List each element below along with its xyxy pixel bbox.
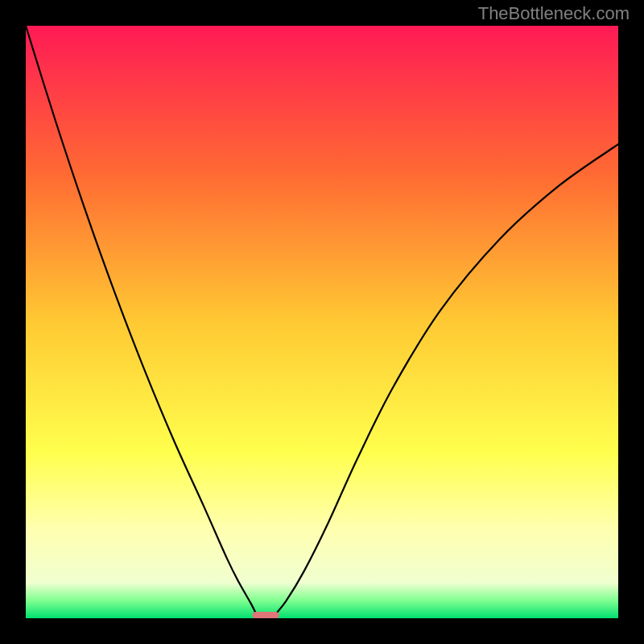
- gradient-background: [26, 26, 618, 618]
- bottleneck-marker: [253, 612, 279, 618]
- chart-svg: [26, 26, 618, 618]
- watermark-text: TheBottleneck.com: [478, 3, 630, 24]
- chart-container: TheBottleneck.com: [0, 0, 644, 644]
- plot-area: [26, 26, 618, 618]
